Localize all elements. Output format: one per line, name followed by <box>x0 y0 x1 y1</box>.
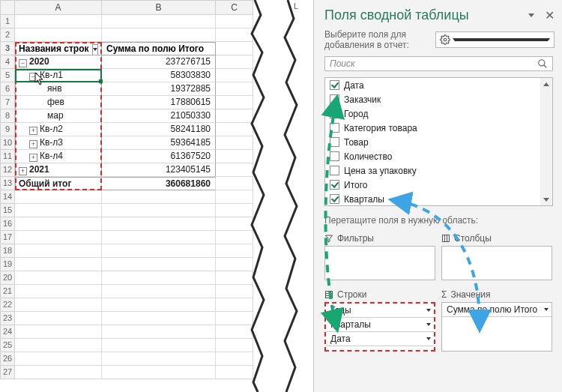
svg-point-0 <box>444 38 447 41</box>
chevron-down-icon[interactable] <box>426 337 431 340</box>
expand-icon[interactable]: + <box>29 127 37 135</box>
zone-label: Фильтры <box>337 233 374 244</box>
drag-prompt: Перетащите поля в нужную область: <box>324 215 552 226</box>
expand-icon[interactable]: + <box>19 167 27 175</box>
field-list-scrollbar[interactable] <box>540 78 552 205</box>
row-head[interactable]: 27 <box>0 366 15 379</box>
spreadsheet-grid[interactable]: A B C 1 2 3 Названия строк Сумма по полю… <box>0 0 255 379</box>
pivot-row-value: 61367520 <box>102 150 216 163</box>
gear-icon <box>440 34 450 45</box>
row-head[interactable]: 13 <box>0 177 15 190</box>
row-head[interactable]: 2 <box>0 28 15 42</box>
zone-label: Значения <box>450 289 490 300</box>
values-item[interactable]: Сумма по полю Итого <box>442 303 552 317</box>
collapse-icon[interactable]: − <box>29 73 37 81</box>
rows-item[interactable]: Годы <box>326 304 434 318</box>
scroll-down-icon[interactable] <box>540 193 552 205</box>
pivot-row-label: фев <box>47 97 64 107</box>
rowlabels-header: Названия строк <box>19 43 89 55</box>
field-checkbox[interactable] <box>330 180 339 190</box>
zone-filters[interactable]: Фильтры <box>324 230 435 280</box>
rows-item[interactable]: Дата <box>326 332 434 346</box>
row-head[interactable]: 18 <box>0 244 15 258</box>
row-head[interactable]: 12 <box>0 163 15 177</box>
field-name[interactable]: Заказчик <box>344 94 381 105</box>
field-name[interactable]: Категория товара <box>344 123 417 133</box>
field-search-input[interactable]: Поиск <box>324 56 553 71</box>
row-head[interactable]: 21 <box>0 285 15 298</box>
pivot-row-label: Кв-л2 <box>40 124 63 134</box>
pivot-row-label: Кв-л1 <box>40 70 63 80</box>
chevron-down-icon[interactable] <box>426 323 431 326</box>
field-name[interactable]: Итого <box>344 180 367 190</box>
row-head[interactable]: 11 <box>0 150 15 163</box>
pivot-row-label: янв <box>47 83 62 94</box>
field-name[interactable]: Дата <box>344 80 364 91</box>
pane-layout-button[interactable] <box>435 31 555 48</box>
row-head[interactable]: 14 <box>0 190 15 204</box>
row-head[interactable]: 9 <box>0 123 15 136</box>
row-head[interactable]: 22 <box>0 298 15 312</box>
row-head[interactable]: 5 <box>0 69 15 82</box>
row-head[interactable]: 10 <box>0 136 15 150</box>
col-head-a[interactable]: A <box>15 0 102 15</box>
pivot-row-label: Кв-л4 <box>40 151 63 161</box>
row-head[interactable]: 3 <box>0 42 15 55</box>
expand-icon[interactable]: − <box>19 59 27 67</box>
zone-columns[interactable]: Столбцы <box>441 230 552 280</box>
zone-values[interactable]: ΣЗначения Сумма по полю Итого <box>441 286 552 352</box>
pane-close-button[interactable]: ✕ <box>545 8 555 22</box>
zone-rows[interactable]: Строки Годы Кварталы Дата <box>324 286 435 352</box>
col-head-l: L <box>294 1 298 10</box>
field-name[interactable]: Количество <box>344 151 392 162</box>
row-head[interactable]: 8 <box>0 109 15 123</box>
row-head[interactable]: 20 <box>0 271 15 285</box>
pane-collapse-icon[interactable] <box>528 13 534 17</box>
row-head[interactable]: 19 <box>0 258 15 271</box>
field-name[interactable]: Город <box>344 109 368 119</box>
field-checkbox[interactable] <box>330 123 339 133</box>
field-name[interactable]: Товар <box>344 137 369 148</box>
chevron-down-icon[interactable] <box>426 309 431 312</box>
chevron-down-icon[interactable] <box>544 308 549 311</box>
expand-icon[interactable]: + <box>29 140 37 148</box>
svg-rect-7 <box>326 292 333 298</box>
row-head[interactable]: 1 <box>0 15 15 28</box>
row-head[interactable]: 6 <box>0 82 15 96</box>
field-name[interactable]: Цена за упаковку <box>344 166 417 176</box>
scroll-up-icon[interactable] <box>540 78 552 90</box>
rows-item[interactable]: Кварталы <box>326 318 434 332</box>
col-head-c[interactable]: C <box>216 0 253 15</box>
pivot-row-value: 17880615 <box>102 96 216 109</box>
field-name[interactable]: Кварталы <box>344 194 384 205</box>
svg-rect-4 <box>443 235 450 242</box>
row-head[interactable]: 7 <box>0 96 15 109</box>
pivot-row-value: 58303830 <box>102 69 216 82</box>
field-checkbox[interactable] <box>330 80 339 90</box>
field-checkbox[interactable] <box>330 166 339 175</box>
pivot-row-label: Кв-л3 <box>40 137 63 148</box>
field-checkbox[interactable] <box>330 137 339 147</box>
row-head[interactable]: 25 <box>0 339 15 352</box>
zone-item-label: Кварталы <box>330 319 371 330</box>
svg-marker-3 <box>326 235 333 242</box>
row-head[interactable]: 26 <box>0 352 15 366</box>
pivot-row-value: 21050330 <box>102 109 216 123</box>
row-head[interactable]: 15 <box>0 204 15 217</box>
field-list[interactable]: Дата Заказчик Город Категория товара Тов… <box>324 77 553 206</box>
expand-icon[interactable]: + <box>29 154 37 162</box>
row-head[interactable]: 4 <box>0 55 15 69</box>
grand-total-value: 360681860 <box>102 177 216 190</box>
field-checkbox[interactable] <box>330 194 339 204</box>
pane-subtitle: Выберите поля для добавления в отчет: <box>324 29 435 50</box>
row-head[interactable]: 17 <box>0 231 15 244</box>
row-head[interactable]: 23 <box>0 312 15 325</box>
field-checkbox[interactable] <box>330 109 339 118</box>
field-checkbox[interactable] <box>330 151 339 161</box>
row-head[interactable]: 24 <box>0 325 15 339</box>
pivot-row-value: 237276715 <box>102 55 216 69</box>
col-head-b[interactable]: B <box>102 0 216 15</box>
row-head[interactable]: 16 <box>0 217 15 231</box>
field-checkbox[interactable] <box>330 94 339 104</box>
rowlabels-filter-button[interactable] <box>92 44 98 55</box>
